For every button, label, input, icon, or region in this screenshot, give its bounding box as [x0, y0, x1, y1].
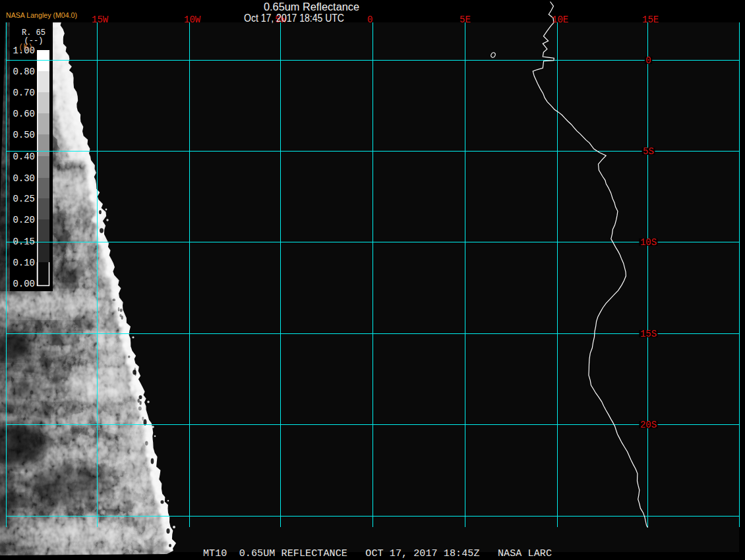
svg-text:5E: 5E	[460, 14, 471, 25]
svg-text:10S: 10S	[640, 237, 657, 248]
svg-text:20S: 20S	[640, 420, 657, 430]
svg-text:15S: 15S	[640, 329, 657, 339]
svg-text:0.00: 0.00	[13, 279, 35, 289]
svg-text:0.15: 0.15	[13, 237, 35, 247]
svg-text:Oct 17, 2017 18:45 UTC: Oct 17, 2017 18:45 UTC	[244, 13, 344, 24]
svg-text:0.50: 0.50	[13, 130, 35, 140]
svg-text:0.10: 0.10	[13, 258, 35, 268]
svg-text:15W: 15W	[92, 14, 109, 25]
svg-text:NASA Langley (M04.0): NASA Langley (M04.0)	[6, 11, 77, 19]
svg-text:0.60: 0.60	[13, 109, 35, 119]
svg-text:0.65um Reflectance: 0.65um Reflectance	[264, 1, 359, 13]
svg-text:0.20: 0.20	[13, 215, 35, 225]
svg-text:0.40: 0.40	[13, 152, 35, 162]
svg-text:0.30: 0.30	[13, 173, 35, 184]
svg-text:10E: 10E	[552, 14, 568, 25]
svg-text:0.80: 0.80	[13, 67, 35, 77]
svg-text:0.70: 0.70	[13, 88, 35, 98]
svg-text:0: 0	[367, 14, 372, 25]
svg-text:MT10 0.65UM REFLECTANCE OCT: MT10 0.65UM REFLECTANCE OCT 17, 2017 18:…	[203, 548, 552, 559]
svg-text:0.25: 0.25	[13, 194, 35, 204]
svg-text:0: 0	[645, 55, 651, 66]
svg-text:5S: 5S	[643, 146, 654, 157]
svg-text:(K): (K)	[18, 43, 33, 52]
svg-text:10W: 10W	[184, 14, 201, 25]
svg-text:15E: 15E	[642, 14, 659, 25]
